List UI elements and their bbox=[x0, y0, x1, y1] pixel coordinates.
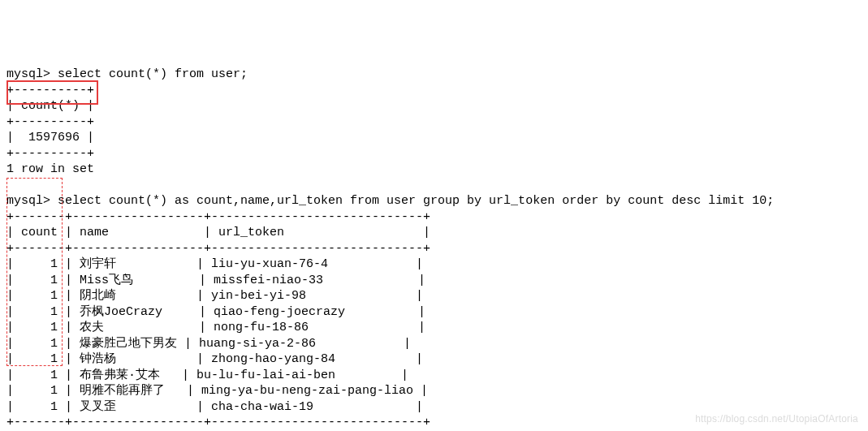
table-border: +----------+ bbox=[6, 115, 94, 129]
table-border: +-------+------------------+------------… bbox=[6, 416, 430, 429]
mysql-prompt: mysql> bbox=[6, 67, 50, 81]
table-border: +-------+------------------+------------… bbox=[6, 242, 430, 256]
table-header-count: | count(*) | bbox=[6, 99, 94, 113]
table-row: | 1 | 乔枫JoeCrazy | qiao-feng-joecrazy | bbox=[6, 305, 425, 319]
sql-query-2: select count(*) as count,name,url_token … bbox=[58, 194, 774, 208]
watermark: https://blog.csdn.net/UtopiaOfArtoria bbox=[695, 413, 858, 426]
table-header-2: | count | name | url_token | bbox=[6, 226, 430, 239]
table-row: | 1 | 农夫 | nong-fu-18-86 | bbox=[6, 321, 425, 334]
table-row: | 1 | 阴北崎 | yin-bei-yi-98 | bbox=[6, 289, 423, 303]
table-row: | 1 | 明雅不能再胖了 | ming-ya-bu-neng-zai-pang… bbox=[6, 384, 428, 398]
table-border: +----------+ bbox=[6, 84, 94, 97]
table-border: +-------+------------------+------------… bbox=[6, 210, 430, 224]
table-row: | 1 | Miss飞鸟 | missfei-niao-33 | bbox=[6, 274, 425, 287]
sql-query-1: select count(*) from user; bbox=[58, 67, 248, 81]
table-row: | 1 | 钟浩杨 | zhong-hao-yang-84 | bbox=[6, 352, 423, 366]
table-row: | 1 | 刘宇轩 | liu-yu-xuan-76-4 | bbox=[6, 257, 423, 271]
count-value-row: | 1597696 | bbox=[6, 131, 94, 144]
table-row: | 1 | 爆豪胜己地下男友 | huang-si-ya-2-86 | bbox=[6, 337, 411, 351]
result-footer-1: 1 row in set bbox=[6, 162, 94, 176]
table-border: +----------+ bbox=[6, 147, 94, 161]
table-row: | 1 | 叉叉歪 | cha-cha-wai-19 | bbox=[6, 400, 423, 414]
table-row: | 1 | 布鲁弗莱·艾本 | bu-lu-fu-lai-ai-ben | bbox=[6, 369, 408, 382]
mysql-prompt: mysql> bbox=[6, 194, 50, 208]
